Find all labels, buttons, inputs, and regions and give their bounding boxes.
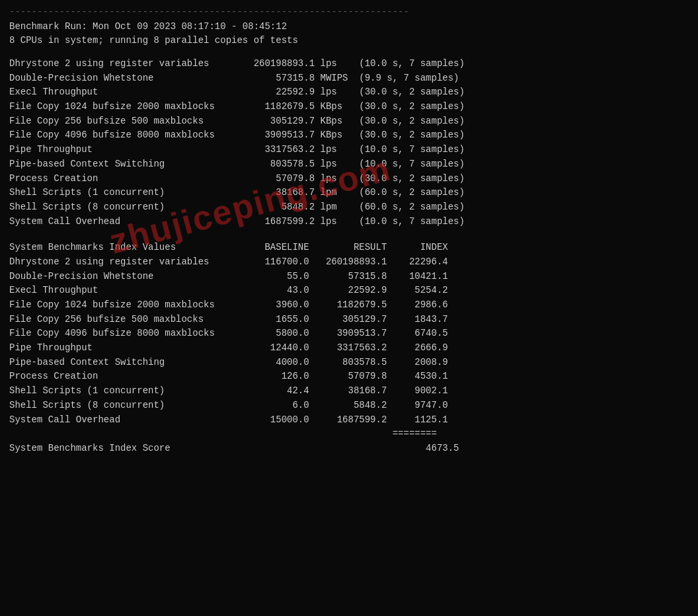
bench-result-row: Shell Scripts (8 concurrent) 5848.2 lpm … [9,200,689,215]
separator: ----------------------------------------… [9,7,689,17]
index-row: Shell Scripts (8 concurrent) 6.0 5848.2 … [9,399,689,413]
index-row: File Copy 256 bufsize 500 maxblocks 1655… [9,313,689,327]
bench-result-row: Execl Throughput 22592.9 lps (30.0 s, 2 … [9,85,689,100]
bench-result-row: File Copy 256 bufsize 500 maxblocks 3051… [9,114,689,129]
index-row: Shell Scripts (1 concurrent) 42.4 38168.… [9,384,689,399]
header-line2: 8 CPUs in system; running 8 parallel cop… [9,34,689,48]
index-row: Process Creation 126.0 57079.8 4530.1 [9,369,689,384]
index-row: Pipe-based Context Switching 4000.0 8035… [9,356,689,370]
score-row: System Benchmarks Index Score 4673.5 [9,442,689,456]
index-row: Dhrystone 2 using register variables 116… [9,255,689,270]
header-line1: Benchmark Run: Mon Oct 09 2023 08:17:10 … [9,20,689,34]
index-row: File Copy 1024 bufsize 2000 maxblocks 39… [9,298,689,313]
bench-result-row: File Copy 4096 bufsize 8000 maxblocks 39… [9,128,689,143]
index-section: System Benchmarks Index Values BASELINE … [9,241,689,455]
index-header-row: System Benchmarks Index Values BASELINE … [9,241,689,255]
equals-separator: ======== [9,427,689,442]
bench-results: Dhrystone 2 using register variables 260… [9,57,689,229]
bench-result-row: Double-Precision Whetstone 57315.8 MWIPS… [9,71,689,86]
index-row: System Call Overhead 15000.0 1687599.2 1… [9,413,689,428]
bench-result-row: Process Creation 57079.8 lps (30.0 s, 2 … [9,172,689,186]
bench-result-row: System Call Overhead 1687599.2 lps (10.0… [9,215,689,229]
index-row: Pipe Throughput 12440.0 3317563.2 2666.9 [9,341,689,356]
index-row: File Copy 4096 bufsize 8000 maxblocks 58… [9,327,689,341]
bench-result-row: Pipe-based Context Switching 803578.5 lp… [9,157,689,172]
index-row: Execl Throughput 43.0 22592.9 5254.2 [9,284,689,298]
bench-result-row: Shell Scripts (1 concurrent) 38168.7 lpm… [9,186,689,200]
index-row: Double-Precision Whetstone 55.0 57315.8 … [9,270,689,284]
bench-result-row: Dhrystone 2 using register variables 260… [9,57,689,71]
bench-result-row: File Copy 1024 bufsize 2000 maxblocks 11… [9,100,689,114]
bench-result-row: Pipe Throughput 3317563.2 lps (10.0 s, 7… [9,143,689,157]
